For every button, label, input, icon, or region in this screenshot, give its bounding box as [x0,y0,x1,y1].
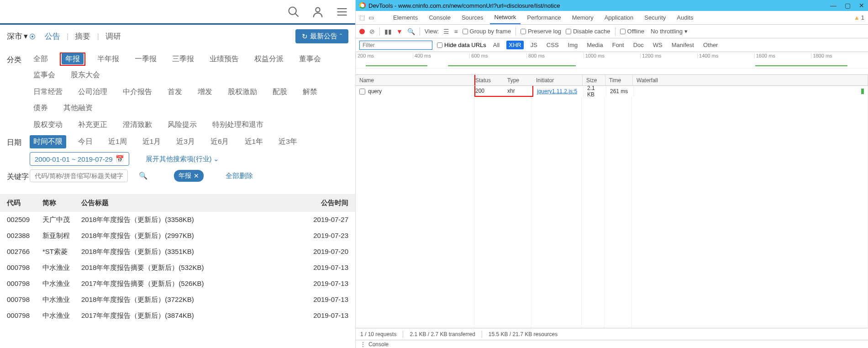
record-button[interactable] [359,29,365,34]
warning-badge[interactable]: ▲1 [854,14,864,21]
tab-sources[interactable]: Sources [457,11,488,24]
filter-icon[interactable]: ▼ [396,28,403,35]
hide-data-urls-checkbox[interactable]: Hide data URLs [437,42,486,48]
nh-name[interactable]: Name [356,75,474,85]
svg-point-2 [316,7,320,11]
tab-announcement[interactable]: 公告 [45,31,60,42]
ftype-all[interactable]: All [491,41,502,49]
chrome-icon [359,2,366,9]
close-icon[interactable]: ✕ [859,2,864,9]
market-dropdown[interactable]: 深市 ▾ ⦿ [7,31,36,42]
ftype-css[interactable]: CSS [544,41,561,49]
tab-audits[interactable]: Audits [672,11,698,24]
tab-performance[interactable]: Performance [522,11,565,24]
nh-status[interactable]: Status [475,77,507,84]
cat-annual[interactable]: 年报 [62,53,84,64]
tab-elements[interactable]: Elements [389,11,422,24]
clear-icon[interactable]: ⊘ [369,28,375,35]
menu-icon[interactable] [336,5,348,18]
ftype-font[interactable]: Font [610,41,626,49]
throttling-dropdown[interactable]: No throttling ▾ [651,28,688,35]
offline-checkbox[interactable]: Offline [620,28,644,35]
tab-application[interactable]: Application [600,11,638,24]
tab-network[interactable]: Network [490,11,521,24]
cat-q3[interactable]: 三季报 [168,53,198,66]
calendar-icon: 📅 [116,155,124,163]
table-row[interactable]: 000798中水渔业2018年年度报告（更新后）(3722KB)2019-07-… [0,292,355,308]
th-title: 公告标题 [81,199,303,207]
delete-all-link[interactable]: 全部删除 [226,172,253,180]
ftype-xhr[interactable]: XHR [506,41,523,49]
cat-board[interactable]: 董事会 [295,53,325,66]
table-row[interactable]: 002388新亚制程2018年年度报告（更新后）(2997KB)2019-07-… [0,228,355,244]
nh-initiator[interactable]: Initiator [532,75,583,85]
search-icon[interactable] [287,5,300,18]
keyword-input[interactable] [30,169,128,182]
close-icon[interactable]: ✕ [194,172,199,179]
filter-tag-annual[interactable]: 年报 ✕ [174,170,204,182]
date-range-picker[interactable]: 2000-01-01 ~ 2019-07-29 📅 [30,152,129,166]
list-view-icon[interactable]: ☰ [443,28,449,35]
expand-industry-link[interactable]: 展开其他搜索项(行业) ⌄ [146,152,219,166]
network-row-query[interactable]: query 200 xhr jquery1.11.2.js:5 2.1 KB 2… [356,86,868,97]
console-drawer[interactable]: ⋮ Console [356,340,868,348]
frame-view-icon[interactable]: ≡ [454,28,458,35]
row-checkbox[interactable] [359,89,365,95]
cat-all[interactable]: 全部 [30,53,52,66]
ftype-other[interactable]: Other [701,41,721,49]
inspect-icon[interactable]: ⬚ [359,14,365,21]
tab-research[interactable]: 调研 [105,31,121,42]
table-row[interactable]: 000798中水渔业2017年年度报告摘要（更新后）(526KB)2019-07… [0,276,355,292]
ftype-media[interactable]: Media [584,41,605,49]
nh-size[interactable]: Size [583,75,605,85]
cat-shareholder[interactable]: 股东大会 [67,69,104,82]
ftype-manifest[interactable]: Manifest [669,41,696,49]
group-by-frame-checkbox[interactable]: Group by frame [463,28,511,35]
nh-type[interactable]: Type [507,77,532,84]
market-label: 深市 [7,31,22,42]
ftype-doc[interactable]: Doc [631,41,646,49]
ftype-ws[interactable]: WS [651,41,665,49]
ftype-img[interactable]: Img [566,41,580,49]
preserve-log-checkbox[interactable]: Preserve log [521,28,561,35]
latest-announcement-button[interactable]: ↻ 最新公告 ˆ [295,29,348,43]
tab-console[interactable]: Console [424,11,455,24]
filter-input[interactable] [359,41,432,50]
devtools-titlebar: DevTools - www.cninfo.com.cn/new/commonU… [356,0,868,11]
tab-memory[interactable]: Memory [568,11,598,24]
category-row1: 全部 年报 半年报 一季报 三季报 业绩预告 权益分派 董事会 监事会 股东大会 [30,53,348,82]
camera-icon[interactable]: ▮▮ [384,28,392,35]
search-icon[interactable]: 🔍 [407,28,415,35]
cat-half[interactable]: 半年报 [94,53,123,66]
initiator-link[interactable]: jquery1.11.2.js:5 [537,88,577,95]
minimize-icon[interactable]: — [830,2,836,9]
device-icon[interactable]: ▭ [368,14,374,21]
cat-forecast[interactable]: 业绩预告 [206,53,242,66]
user-icon[interactable] [311,5,324,18]
disable-cache-checkbox[interactable]: Disable cache [566,28,610,35]
table-row[interactable]: 000798中水渔业2017年年度报告（更新后）(3874KB)2019-07-… [0,308,355,324]
devtools-window: DevTools - www.cninfo.com.cn/new/commonU… [356,0,868,348]
table-row[interactable]: 000798中水渔业2018年年度报告摘要（更新后）(532KB)2019-07… [0,260,355,276]
ftype-js[interactable]: JS [528,41,540,49]
keyword-label: 关键字 [7,169,30,182]
table-row[interactable]: 002509天广中茂2018年年度报告（更新后）(3358KB)2019-07-… [0,212,355,228]
console-toggle-icon[interactable]: ⋮ [360,341,366,348]
table-row[interactable]: 002766*ST索菱2018年年度报告（更新后）(3351KB)2019-07… [0,244,355,260]
timeline[interactable]: 200 ms400 ms600 ms800 ms1000 ms1200 ms14… [356,52,868,75]
table-header: 代码 简称 公告标题 公告时间 [0,194,355,212]
cat-q1[interactable]: 一季报 [131,53,160,66]
cat-dividend[interactable]: 权益分派 [251,53,287,66]
tab-security[interactable]: Security [640,11,670,24]
th-name: 简称 [42,199,81,207]
cat-supervisor[interactable]: 监事会 [30,69,59,82]
nh-waterfall[interactable]: Waterfall [633,75,868,85]
th-code: 代码 [7,199,42,207]
date-unlimited[interactable]: 时间不限 [30,135,66,148]
maximize-icon[interactable]: ▢ [845,2,851,9]
location-icon: ⦿ [29,33,36,40]
devtools-title-text: DevTools - www.cninfo.com.cn/new/commonU… [368,2,560,9]
search-icon[interactable]: 🔍 [139,172,147,180]
nh-time[interactable]: Time [605,75,633,85]
tab-summary[interactable]: 摘要 [75,31,90,42]
